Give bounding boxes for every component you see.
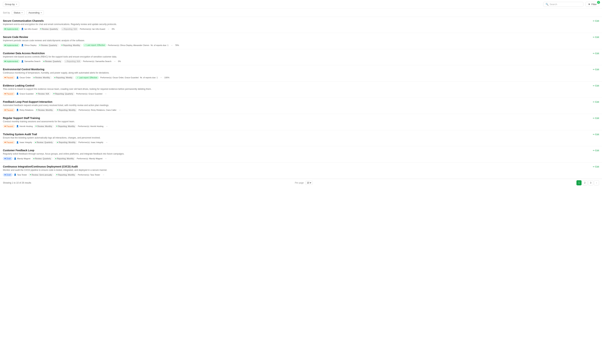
review-tag: Review: Monthly [35,109,54,112]
filter-label: Filter [591,3,597,6]
review-tag: Review: Semi-annually [29,173,54,176]
control-desc: Conduct monthly training sessions and as… [3,120,599,123]
arrow-icon: → [106,141,108,144]
reporting-tag: Reporting: Monthly [55,141,77,144]
reporting-tag: Reporting: Monthly [55,173,76,176]
status-badge: Draft [3,157,12,160]
performers-text: Performer(s): Ian Info-Guard [80,28,105,30]
assignee-tag: 👤 Grace Guarded [16,93,33,95]
percent-text: 0% [118,60,121,62]
nr-reports-text: Nr. of reports due: 1 [140,76,158,79]
percent-text: 78% [175,44,179,46]
arrow-icon: → [160,76,162,79]
performers-text: Performer(s): Isaac Integrity [78,141,103,143]
control-desc: Continuous monitoring of temperature, hu… [3,71,599,74]
status-badge: Paused [3,108,15,112]
person-icon: 👤 [14,174,16,176]
control-title: Regular Support Staff Training [3,117,599,120]
control-title: Customer Data Access Restriction [3,52,599,55]
page-button-3[interactable]: 3 [588,180,593,185]
control-title: Secure Communication Channels [3,19,599,22]
review-tag: Review: Monthly [34,125,54,128]
meta-row: Paused 👤 Isaac Integrity Review: Quarter… [3,141,599,144]
person-icon: 👤 [16,93,19,95]
assignee-tag: 👤 Samantha Search [21,60,41,62]
percent-text: 0% [112,28,115,30]
performers-text: Performer(s): Oscar Order, Grace Guarded [100,76,139,79]
filter-icon: ▼ [588,3,590,6]
review-tag: Review: N/A [35,92,51,95]
pagination-next-button[interactable]: › [594,180,599,185]
status-badge: Implemented [3,60,20,63]
assignee-tag: 👤 Mandy Magnet [14,157,31,160]
control-title: Secure Code Review [3,36,599,39]
performers-text: Performer(s): Henrik Hosting [78,125,103,127]
search-box[interactable]: 🔍 Search [543,2,583,7]
edit-button[interactable]: ✏ Edit [593,36,599,39]
control-item: Ticketing System Audit Trail Ensure that… [0,130,602,146]
arrow-icon: → [171,44,173,47]
sort-order-select[interactable]: Ascending ▾ [26,10,44,15]
meta-row: Paused 👤 Oscar Order Review: Monthly Rep… [3,76,599,79]
status-badge: Paused [3,125,15,128]
edit-button[interactable]: ✏ Edit [593,20,599,22]
review-tag: Review: Quarterly [42,60,63,63]
sort-by-select[interactable]: Status ▾ [12,10,25,15]
edit-button[interactable]: ✏ Edit [593,133,599,136]
control-item: Regular Support Staff Training Conduct m… [0,114,602,130]
reporting-tag: Reporting: Monthly [54,157,75,160]
page-button-1[interactable]: 1 [576,180,581,185]
per-page-select[interactable]: 10 ▾ [305,181,313,185]
edit-button[interactable]: ✏ Edit [593,52,599,55]
edit-button[interactable]: ✏ Edit [593,68,599,71]
control-item: Customer Data Access Restriction Impleme… [0,49,602,65]
meta-row: Draft 👤 Tara Tester Review: Semi-annuall… [3,173,599,177]
review-tag: Review: Quarterly [39,28,59,31]
per-page-label: Per page [295,182,304,184]
performers-text: Performer(s): Mandy Magnet [77,157,102,160]
edit-button[interactable]: ✏ Edit [593,101,599,103]
meta-row: Paused 👤 Grace Guarded Review: N/A Repor… [3,92,599,95]
page-button-2[interactable]: 2 [582,180,587,185]
reporting-tag: Reporting: Monthly [55,125,76,128]
meta-row: Paused 👤 Ricky Relations Review: Monthly… [3,108,599,112]
control-desc: Implement end-to-end encryption for chat… [3,23,599,26]
control-item: Customer Feedback Loop Regularly solicit… [0,146,602,163]
person-icon: 👤 [21,28,24,30]
control-desc: Regularly solicit feedback through surve… [3,152,599,156]
control-title: Customer Feedback Loop [3,149,599,152]
arrow-icon: → [104,93,107,95]
review-tag: Review: Monthly [32,76,52,79]
reporting-tag: Reporting: Monthly [60,44,81,47]
meta-row: Implemented 👤 Ian Info-Guard Review: Qua… [3,27,599,31]
edit-button[interactable]: ✏ Edit [593,84,599,87]
edit-button[interactable]: ✏ Edit [593,149,599,152]
meta-row: Draft 👤 Mandy Magnet Review: Quarterly R… [3,157,599,160]
person-icon: 👤 [14,157,16,160]
percent-text: 100% [164,76,170,79]
footer-center: Per page 10 ▾ [295,181,313,185]
edit-button[interactable]: ✏ Edit [593,117,599,120]
control-item: Continuous Integration/Continuous Deploy… [0,163,602,179]
filter-button[interactable]: ▼ Filter 0 [586,2,599,7]
status-badge: Paused [3,92,15,95]
control-desc: Implement periodic secure code reviews a… [3,39,599,42]
arrow-icon: → [107,28,109,30]
status-badge: Paused [3,141,15,144]
control-item: Evidence Leaking Control This control is… [0,82,602,98]
status-badge: Implemented [3,44,20,47]
person-icon: 👤 [16,109,19,111]
arrow-icon: → [114,60,116,62]
last-report-tag: ✓ Last report: Effective [83,44,107,47]
control-title: Evidence Leaking Control [3,84,599,87]
reporting-tag: Reporting: Quarterly [52,92,75,95]
group-by-select[interactable]: Group by ▾ [3,2,19,7]
control-desc: This control is meant to support the evi… [3,88,599,91]
arrow-icon: → [119,109,121,111]
arrow-icon: → [106,125,108,127]
edit-button[interactable]: ✏ Edit [593,166,599,168]
sort-chevron-icon: ▾ [22,11,23,14]
top-bar: Group by ▾ 🔍 Search ▼ Filter 0 [0,0,602,9]
control-desc: Automated feedback request emails post e… [3,104,599,107]
review-tag: Review: Quarterly [38,44,58,47]
